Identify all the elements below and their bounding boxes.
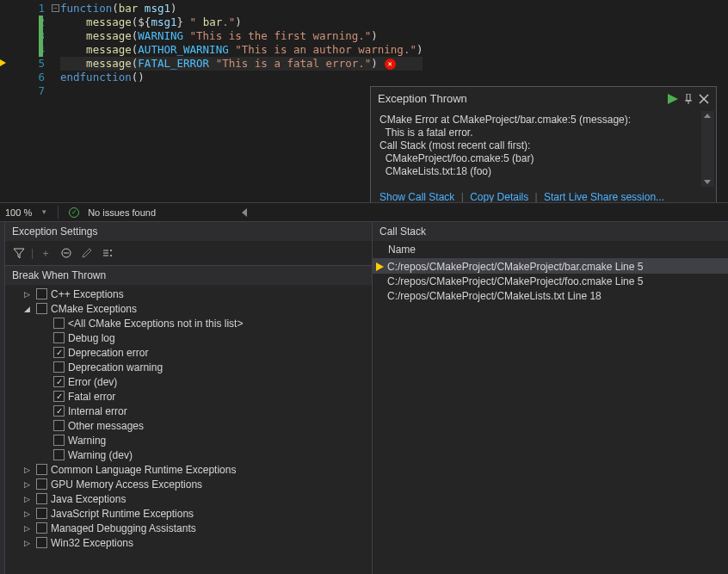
- checkbox[interactable]: [36, 537, 47, 548]
- exception-tree-item[interactable]: Error (dev): [5, 374, 372, 389]
- exception-tree-item[interactable]: ▷JavaScript Runtime Exceptions: [5, 506, 372, 521]
- twisty-icon[interactable]: ▷: [24, 509, 33, 518]
- exception-tree-item[interactable]: ▷C++ Exceptions: [5, 287, 372, 301]
- checkbox[interactable]: [53, 347, 65, 358]
- exception-tree-item[interactable]: Deprecation warning: [5, 360, 372, 374]
- exception-tree-item[interactable]: Warning: [5, 433, 372, 447]
- restore-list-icon[interactable]: [99, 244, 116, 262]
- exception-label: Managed Debugging Assistants: [51, 522, 196, 534]
- breakpoint-arrow-icon: [0, 59, 6, 67]
- line-gutter: 1234567: [0, 2, 60, 98]
- exception-body-line: This is a fatal error.: [379, 127, 707, 139]
- checkbox[interactable]: [36, 303, 47, 314]
- modification-bar-icon: [39, 15, 43, 29]
- svg-marker-0: [668, 94, 678, 104]
- svg-rect-1: [687, 94, 690, 101]
- checkbox[interactable]: [53, 405, 65, 417]
- exception-tree-item[interactable]: ◢CMake Exceptions: [5, 301, 372, 316]
- collapse-icon[interactable]: −: [52, 4, 59, 12]
- exception-tree[interactable]: ▷C++ Exceptions◢CMake Exceptions<All CMa…: [5, 285, 372, 574]
- exception-tree-item[interactable]: ▷GPU Memory Access Exceptions: [5, 477, 372, 491]
- call-stack-frame[interactable]: C:/repos/CMakeProject/CMakeLists.txt Lin…: [373, 288, 728, 303]
- continue-icon[interactable]: [668, 94, 678, 104]
- line-number: 3: [0, 29, 45, 43]
- twisty-icon[interactable]: ▷: [24, 290, 33, 299]
- exception-tree-item[interactable]: ▷Managed Debugging Assistants: [5, 521, 372, 535]
- editor-status-bar: 100 % ▼ ✓ No issues found: [0, 202, 728, 221]
- collapse-left-icon[interactable]: [242, 208, 247, 217]
- exception-tree-item[interactable]: Warning (dev): [5, 447, 372, 462]
- exception-label: Other messages: [68, 420, 144, 432]
- checkbox[interactable]: [36, 493, 47, 504]
- code-editor[interactable]: 1234567 function(bar msg1)− message(${ms…: [0, 0, 728, 222]
- zoom-dropdown-icon[interactable]: ▼: [40, 208, 47, 216]
- checkbox[interactable]: [53, 420, 65, 431]
- filter-icon[interactable]: [10, 244, 28, 262]
- exception-tree-item[interactable]: Other messages: [5, 418, 372, 433]
- code-line[interactable]: message(AUTHOR_WARNING "This is an autho…: [60, 43, 423, 57]
- exception-tree-item[interactable]: Internal error: [5, 404, 372, 418]
- svg-point-13: [110, 255, 112, 256]
- code-line[interactable]: endfunction(): [60, 71, 423, 84]
- add-icon[interactable]: ＋: [37, 244, 54, 262]
- twisty-icon[interactable]: ▷: [24, 480, 33, 489]
- checkbox[interactable]: [53, 435, 65, 446]
- line-number: 7: [0, 84, 45, 98]
- zoom-level[interactable]: 100 %: [5, 207, 32, 218]
- checkbox[interactable]: [53, 449, 65, 460]
- twisty-icon[interactable]: ▷: [24, 495, 33, 503]
- line-number: 5: [0, 57, 45, 71]
- checkbox[interactable]: [36, 288, 47, 299]
- call-stack-body[interactable]: C:/repos/CMakeProject/CMakeProject/bar.c…: [373, 259, 728, 303]
- exception-tree-item[interactable]: Fatal error: [5, 389, 372, 404]
- code-line[interactable]: message(${msg1} " bar."): [60, 15, 423, 29]
- exception-popup-body: CMake Error at CMakeProject/bar.cmake:5 …: [371, 110, 716, 186]
- checkbox[interactable]: [53, 361, 65, 373]
- show-call-stack-link[interactable]: Show Call Stack: [379, 191, 454, 203]
- exception-label: Fatal error: [68, 391, 115, 403]
- call-stack-frame[interactable]: C:/repos/CMakeProject/CMakeProject/bar.c…: [373, 259, 728, 274]
- error-icon[interactable]: ✕: [385, 59, 396, 70]
- exception-tree-item[interactable]: ▷Common Language Runtime Exceptions: [5, 462, 372, 477]
- checkbox[interactable]: [36, 478, 47, 490]
- checkbox[interactable]: [53, 376, 65, 387]
- exception-label: Deprecation error: [68, 347, 148, 359]
- close-icon[interactable]: [699, 94, 709, 104]
- twisty-icon[interactable]: ▷: [24, 539, 33, 547]
- pin-icon[interactable]: [683, 94, 694, 104]
- exception-label: <All CMake Exceptions not in this list>: [68, 318, 243, 330]
- code-line[interactable]: [60, 84, 423, 98]
- exception-tree-item[interactable]: Debug log: [5, 330, 372, 345]
- exception-popup-title: Exception Thrown: [378, 92, 668, 105]
- code-line[interactable]: function(bar msg1)−: [60, 2, 423, 15]
- code-body[interactable]: function(bar msg1)− message(${msg1} " ba…: [60, 2, 423, 98]
- exception-body-line: Call Stack (most recent call first):: [379, 139, 707, 152]
- checkbox[interactable]: [36, 508, 47, 519]
- exception-tree-item[interactable]: ▷Win32 Exceptions: [5, 535, 372, 550]
- live-share-link[interactable]: Start Live Share session...: [544, 191, 664, 203]
- checkbox[interactable]: [53, 332, 65, 343]
- modification-bar-icon: [39, 43, 43, 57]
- checkbox[interactable]: [36, 464, 47, 475]
- code-line[interactable]: message(FATAL_ERROR "This is a fatal err…: [60, 57, 423, 71]
- checkbox[interactable]: [36, 522, 47, 534]
- checkbox[interactable]: [53, 318, 65, 329]
- exception-tree-item[interactable]: Deprecation error: [5, 345, 372, 360]
- edit-icon[interactable]: [78, 244, 96, 262]
- twisty-icon[interactable]: ◢: [24, 305, 33, 313]
- call-stack-header[interactable]: Name: [373, 241, 728, 259]
- exception-label: GPU Memory Access Exceptions: [51, 478, 202, 491]
- twisty-icon[interactable]: ▷: [24, 524, 33, 533]
- exception-label: CMake Exceptions: [51, 303, 137, 315]
- frame-label: C:/repos/CMakeProject/CMakeProject/bar.c…: [387, 261, 643, 273]
- checkbox[interactable]: [53, 391, 65, 402]
- exception-tree-item[interactable]: <All CMake Exceptions not in this list>: [5, 316, 372, 330]
- twisty-icon[interactable]: ▷: [24, 466, 33, 474]
- copy-details-link[interactable]: Copy Details: [470, 191, 528, 203]
- check-circle-icon: ✓: [69, 207, 79, 218]
- call-stack-frame[interactable]: C:/repos/CMakeProject/CMakeProject/foo.c…: [373, 274, 728, 288]
- exception-body-line: CMakeProject/foo.cmake:5 (bar): [379, 152, 707, 165]
- remove-icon[interactable]: [58, 244, 75, 262]
- exception-tree-item[interactable]: ▷Java Exceptions: [5, 491, 372, 506]
- code-line[interactable]: message(WARNING "This is the first warni…: [60, 29, 423, 43]
